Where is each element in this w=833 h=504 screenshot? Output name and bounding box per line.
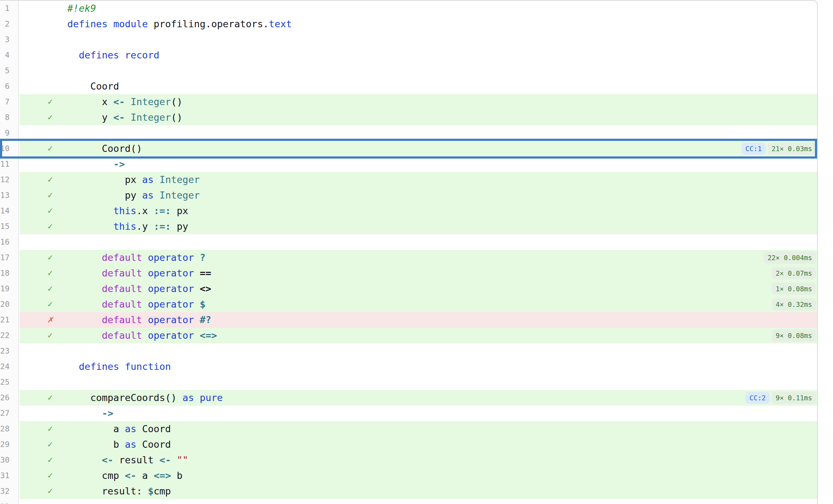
- code-token-plain: compareCoords(): [90, 392, 182, 403]
- line-number: 4: [0, 47, 19, 63]
- code-line-row[interactable]: 1 #!ek9: [0, 1, 817, 16]
- code-text: y <- Integer(): [67, 110, 182, 125]
- profiling-timing-badge: 2× 0.07ms: [772, 267, 816, 279]
- code-token-kw: as: [142, 174, 159, 185]
- code-line-row[interactable]: 23: [0, 343, 817, 359]
- line-number: 30: [0, 452, 19, 468]
- line-number: 19: [0, 281, 19, 297]
- code-line-row[interactable]: 28 ✓ a as Coord: [0, 421, 817, 437]
- line-number: 8: [0, 110, 19, 125]
- code-line-row[interactable]: 12 ✓ px as Integer: [0, 172, 817, 188]
- code-token-def: default: [102, 252, 148, 263]
- code-line-row[interactable]: 25: [0, 374, 817, 390]
- line-badges: CC:1 21× 0.03ms: [742, 143, 816, 155]
- code-line-row[interactable]: 7 ✓ x <- Integer(): [0, 94, 817, 110]
- code-line-row[interactable]: 15 ✓ this.y :=: py: [0, 219, 817, 234]
- code-line-row[interactable]: 16: [0, 234, 817, 250]
- code-token-opb: ==: [200, 268, 211, 279]
- code-token-plain: b: [177, 470, 182, 481]
- code-line-row[interactable]: 13 ✓ py as Integer: [0, 188, 817, 203]
- code-text: #!ek9: [67, 1, 96, 16]
- code-line-row[interactable]: 31 ✓ cmp <- a <=> b: [0, 468, 817, 483]
- code-token-kw: this: [113, 205, 136, 216]
- code-text: defines module profiling.operators.text: [67, 16, 292, 32]
- code-line-row[interactable]: 33: [0, 499, 817, 504]
- line-number: 9: [0, 125, 19, 141]
- code-text: this.x :=: px: [67, 203, 188, 219]
- code-line-row[interactable]: 14 ✓ this.x :=: px: [0, 203, 817, 219]
- code-line-row[interactable]: 11 ->: [0, 156, 817, 172]
- profiling-timing-badge: 22× 0.004ms: [764, 252, 816, 264]
- profiling-timing-badge: 9× 0.08ms: [772, 330, 816, 342]
- code-line-row[interactable]: 10 ✓ Coord() CC:1 21× 0.03ms: [0, 141, 817, 156]
- coverage-status-icon: ✓: [47, 188, 53, 203]
- profiling-timing-badge: 21× 0.03ms: [768, 143, 816, 155]
- code-text: py as Integer: [67, 188, 200, 203]
- code-text: default operator #?: [67, 312, 211, 328]
- line-number: 23: [0, 343, 19, 359]
- line-background: [19, 32, 817, 47]
- line-number: 3: [0, 32, 19, 47]
- line-background: [19, 1, 817, 16]
- code-line-row[interactable]: 18 ✓ default operator == 2× 0.07ms: [0, 265, 817, 281]
- coverage-status-icon: ✓: [47, 421, 53, 437]
- code-token-op: $: [200, 299, 205, 310]
- line-number: 1: [0, 1, 19, 16]
- code-line-row[interactable]: 9: [0, 125, 817, 141]
- coverage-status-icon: ✓: [47, 94, 53, 110]
- code-token-plain: a: [142, 470, 154, 481]
- code-token-plain: cmp: [102, 470, 125, 481]
- code-token-typ: Integer: [159, 174, 200, 185]
- code-token-plain: Coord(): [102, 143, 142, 154]
- profiling-timing-badge: 4× 0.32ms: [772, 298, 816, 310]
- code-line-row[interactable]: 5: [0, 63, 817, 79]
- code-token-op: ->: [102, 408, 114, 419]
- line-background: [19, 499, 817, 504]
- code-token-kw: operator: [148, 314, 200, 325]
- coverage-status-icon: ✗: [47, 312, 53, 328]
- line-number: 16: [0, 234, 19, 250]
- code-token-plain: result:: [102, 486, 148, 497]
- code-token-op: <=>: [200, 330, 217, 341]
- line-number: 25: [0, 374, 19, 390]
- coverage-status-icon: ✓: [47, 172, 53, 188]
- code-token-op: :=:: [154, 205, 177, 216]
- code-line-row[interactable]: 26 ✓ compareCoords() as pure CC:2 9× 0.1…: [0, 390, 817, 406]
- code-line-row[interactable]: 4 defines record: [0, 47, 817, 63]
- code-text: this.y :=: py: [67, 219, 188, 234]
- code-line-row[interactable]: 6 Coord: [0, 79, 817, 94]
- code-line-row[interactable]: 2 defines module profiling.operators.tex…: [0, 16, 817, 32]
- code-line-row[interactable]: 24 defines function: [0, 359, 817, 374]
- code-text: default operator ==: [67, 265, 211, 281]
- code-token-opb: <>: [200, 283, 211, 294]
- code-line-row[interactable]: 21 ✗ default operator #?: [0, 312, 817, 328]
- line-number: 31: [0, 468, 19, 483]
- code-line-row[interactable]: 8 ✓ y <- Integer(): [0, 110, 817, 125]
- code-line-row[interactable]: 3: [0, 32, 817, 47]
- code-line-row[interactable]: 20 ✓ default operator $ 4× 0.32ms: [0, 297, 817, 312]
- coverage-status-icon: ✓: [47, 328, 53, 343]
- line-number: 28: [0, 421, 19, 437]
- line-number: 27: [0, 406, 19, 421]
- code-line-row[interactable]: 17 ✓ default operator ? 22× 0.004ms: [0, 250, 817, 265]
- code-token-plain: Coord: [90, 81, 119, 92]
- code-line-row[interactable]: 32 ✓ result: $cmp: [0, 483, 817, 499]
- code-line-row[interactable]: 19 ✓ default operator <> 1× 0.08ms: [0, 281, 817, 297]
- line-background: [19, 234, 817, 250]
- code-line-row[interactable]: 22 ✓ default operator <=> 9× 0.08ms: [0, 328, 817, 343]
- code-token-op: #?: [200, 314, 211, 325]
- code-token-plain: cmp: [154, 486, 171, 497]
- code-text: px as Integer: [67, 172, 200, 188]
- code-token-plain: profiling.operators.: [154, 18, 269, 29]
- line-background: [19, 156, 817, 172]
- line-badges: 9× 0.08ms: [772, 330, 816, 342]
- code-text: compareCoords() as pure: [67, 390, 223, 406]
- code-line-row[interactable]: 29 ✓ b as Coord: [0, 437, 817, 452]
- code-line-row[interactable]: 27 ->: [0, 406, 817, 421]
- code-token-def: default: [102, 268, 148, 279]
- coverage-status-icon: ✓: [47, 437, 53, 452]
- code-token-plain: result: [119, 454, 159, 465]
- code-token-kw: defines module: [67, 18, 154, 29]
- line-background: [19, 79, 817, 94]
- code-line-row[interactable]: 30 ✓ <- result <- "": [0, 452, 817, 468]
